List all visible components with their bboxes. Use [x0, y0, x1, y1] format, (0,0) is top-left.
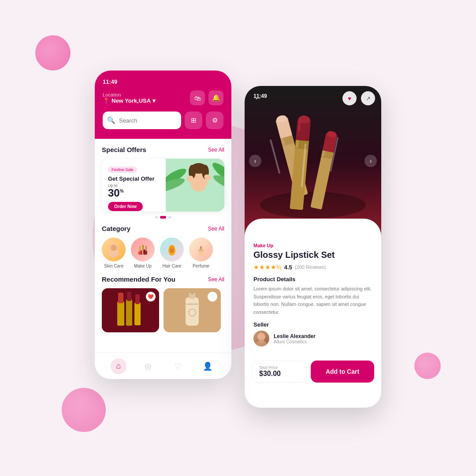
search-box[interactable]: 🔍	[103, 112, 181, 129]
phone2-bottom-bar: Total Price $30.00 Add to Cart	[245, 361, 381, 391]
phone1-screen: 11:49 Location 📍 New York,USA ▾ 🛍 🔔	[95, 71, 231, 379]
svg-rect-16	[143, 249, 145, 255]
seller-shop: Allure Cosmetics	[274, 339, 316, 344]
phone2-wishlist-button[interactable]: ♥	[342, 91, 357, 105]
reco-heart-lipstick[interactable]: ❤️	[146, 292, 156, 301]
reco-heart-serum[interactable]: ♡	[208, 292, 217, 301]
phone2-back-button[interactable]: ←	[251, 91, 265, 105]
rating-row: ★★★★½ 4.5 (200 Reviews)	[253, 264, 372, 271]
festive-tag: Festive Sale	[108, 167, 137, 173]
phone1-status-time: 11:49	[103, 78, 223, 85]
svg-rect-31	[117, 301, 124, 326]
phone1-header-icons: 🛍 🔔	[190, 90, 223, 105]
reco-card-serum[interactable]: ♡	[164, 288, 221, 332]
category-title: Category	[102, 225, 130, 232]
seller-avatar	[253, 331, 269, 346]
svg-point-13	[108, 250, 119, 257]
svg-rect-32	[118, 293, 123, 303]
review-count: (200 Reviews)	[295, 264, 326, 270]
cat-haircare[interactable]: Hair Care	[160, 238, 184, 268]
recommended-row: ❤️ ♡	[102, 288, 224, 332]
cat-haircare-icon	[160, 238, 184, 261]
seller-row: Leslie Alexander Allure Cosmetics	[253, 331, 372, 346]
phone2-top-icons: ♥ ↗	[342, 91, 375, 105]
see-all-category[interactable]: See All	[208, 226, 224, 232]
seller-label: Seller	[253, 321, 372, 328]
offer-banner: Festive Sale Get Special Offer Up to 30%…	[102, 159, 224, 212]
svg-rect-19	[139, 246, 141, 251]
phone1-location-row: Location 📍 New York,USA ▾ 🛍 🔔	[103, 90, 223, 105]
seller-info: Leslie Alexander Allure Cosmetics	[274, 333, 316, 344]
cat-perfume-icon	[189, 238, 213, 261]
cat-haircare-label: Hair Care	[163, 264, 182, 268]
add-to-cart-button[interactable]: Add to Cart	[311, 361, 374, 383]
cat-makeup[interactable]: Make Up	[131, 238, 155, 268]
phone2-wave	[245, 219, 381, 236]
filter-icon-button[interactable]: ⚙	[206, 112, 223, 129]
star-rating: ★★★★½	[253, 264, 282, 271]
dot-3[interactable]	[168, 216, 171, 219]
cat-perfume[interactable]: Perfume	[189, 238, 213, 268]
cat-skincare-icon	[102, 238, 126, 261]
category-header: Category See All	[102, 225, 224, 232]
dot-1[interactable]	[155, 216, 158, 219]
svg-rect-34	[127, 292, 131, 301]
svg-rect-41	[186, 304, 198, 305]
nav-home[interactable]: ⌂	[111, 358, 126, 374]
chevron-down-icon: ▾	[152, 97, 156, 104]
phone2-screen: 11:49 ← ♥ ↗	[245, 86, 381, 408]
category-row: Skin Care	[102, 238, 224, 268]
phone1-bottom-nav: ⌂ ◎ ♡ 👤	[95, 353, 231, 379]
svg-rect-20	[142, 245, 144, 250]
cart-icon-button[interactable]: 🛍	[190, 90, 205, 105]
see-all-offers[interactable]: See All	[208, 147, 224, 153]
svg-rect-21	[145, 246, 147, 251]
phone1-location-label: Location	[103, 92, 156, 97]
offer-percent: 30%	[108, 188, 163, 198]
product-category: Make Up	[253, 243, 372, 248]
svg-rect-35	[134, 302, 141, 325]
nav-profile[interactable]: 👤	[200, 358, 216, 374]
see-all-recommended[interactable]: See All	[208, 276, 224, 283]
order-now-button[interactable]: Order Now	[108, 202, 143, 211]
reco-card-lipstick[interactable]: ❤️	[102, 288, 159, 332]
special-offers-header: Special Offers See All	[102, 146, 224, 153]
svg-rect-29	[198, 250, 204, 251]
carousel-dots	[102, 216, 224, 219]
product-description: Lorem ipsum dolor sit amet, consectetur …	[253, 285, 372, 316]
phone1-body: Special Offers See All Festive Sale Get …	[95, 139, 231, 377]
svg-rect-40	[191, 291, 193, 294]
phone2-details: Make Up Glossy Lipstick Set ★★★★½ 4.5 (2…	[245, 236, 381, 361]
seller-name: Leslie Alexander	[274, 333, 316, 339]
nav-wishlist[interactable]: ♡	[170, 358, 186, 374]
product-name: Glossy Lipstick Set	[253, 250, 372, 260]
svg-rect-33	[126, 299, 132, 326]
cat-skincare[interactable]: Skin Care	[102, 238, 126, 268]
special-offers-title: Special Offers	[102, 146, 146, 153]
svg-rect-38	[186, 297, 199, 326]
phone2-prev-arrow[interactable]: ‹	[249, 155, 261, 167]
cat-skincare-label: Skin Care	[104, 264, 123, 268]
phone1-header: 11:49 Location 📍 New York,USA ▾ 🛍 🔔	[95, 71, 231, 139]
phone2-next-arrow[interactable]: ›	[364, 155, 377, 167]
search-icon: 🔍	[107, 116, 115, 124]
bell-icon-button[interactable]: 🔔	[208, 90, 223, 105]
dot-2[interactable]	[160, 216, 166, 219]
phone2-share-button[interactable]: ↗	[361, 91, 375, 105]
nav-explore[interactable]: ◎	[140, 358, 156, 374]
svg-point-24	[170, 245, 174, 249]
svg-point-65	[259, 339, 264, 343]
search-input[interactable]	[119, 117, 177, 124]
phone1-location-value: 📍 New York,USA ▾	[103, 97, 156, 104]
offer-title: Get Special Offer	[108, 175, 163, 182]
offer-image	[166, 159, 224, 212]
total-price-value: $30.00	[259, 370, 299, 378]
rating-number: 4.5	[284, 264, 292, 271]
phone1-location-block: Location 📍 New York,USA ▾	[103, 92, 156, 104]
pin-icon: 📍	[103, 97, 110, 104]
scene: 11:49 Location 📍 New York,USA ▾ 🛍 🔔	[0, 0, 476, 476]
offer-content: Festive Sale Get Special Offer Up to 30%…	[102, 159, 169, 212]
svg-rect-17	[138, 251, 140, 255]
scan-icon-button[interactable]: ⊞	[185, 112, 202, 129]
svg-rect-36	[135, 294, 140, 304]
